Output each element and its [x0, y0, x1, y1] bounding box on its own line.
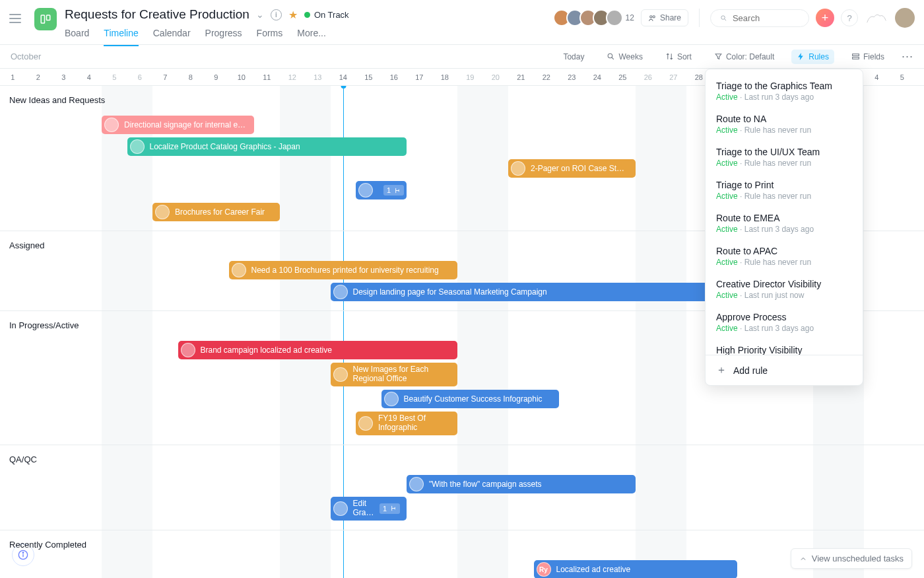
chevron-down-icon[interactable]: ⌄ — [256, 9, 264, 20]
rule-item[interactable]: Route to APAC Active · Rule has never ru… — [706, 240, 863, 273]
task-label: Design landing page for Seasonal Marketi… — [353, 287, 547, 297]
zoom-weeks-button[interactable]: Weeks — [601, 50, 647, 64]
day-header: 4 — [864, 73, 890, 81]
task-bar[interactable]: B fi1 — [356, 181, 407, 199]
day-header: 23 — [559, 73, 585, 81]
task-bar[interactable]: "With the flow" campaign assets — [407, 475, 636, 493]
rule-item[interactable]: Triage to the Graphics Team Active · Las… — [706, 75, 863, 108]
rule-name: Approve Process — [716, 312, 852, 322]
day-header: 11 — [254, 73, 280, 81]
assignee-avatar — [333, 285, 348, 299]
sort-button[interactable]: Sort — [660, 50, 697, 64]
rule-name: High Priority Visibility — [716, 345, 852, 355]
rule-name: Triage to the Graphics Team — [716, 81, 852, 91]
view-tab-progress[interactable]: Progress — [205, 28, 242, 46]
add-rule-label: Add rule — [733, 365, 768, 376]
svg-point-4 — [721, 15, 725, 18]
task-label: Brand campaign localized ad creative — [201, 345, 332, 355]
month-label: October — [11, 52, 41, 61]
task-bar[interactable]: Directional signage for internal events — [102, 116, 254, 134]
day-header: 1 — [0, 73, 26, 81]
rules-label: Rules — [808, 52, 829, 61]
user-avatar[interactable] — [895, 8, 915, 28]
task-bar[interactable]: FY19 Best Of Infographic — [356, 412, 457, 435]
sort-label: Sort — [677, 52, 692, 61]
task-bar[interactable]: Need a 100 Brochures printed for univers… — [229, 261, 458, 279]
task-bar[interactable]: Beautify Customer Success Infographic — [381, 390, 560, 408]
member-avatars[interactable]: 12 — [557, 9, 634, 26]
assignee-avatar — [358, 183, 373, 198]
fields-button[interactable]: Fields — [846, 50, 890, 64]
add-button[interactable]: + — [816, 9, 834, 27]
unscheduled-label: View unscheduled tasks — [812, 554, 904, 563]
task-bar[interactable]: Brand campaign localized ad creative — [178, 341, 458, 359]
task-label: "With the flow" campaign assets — [429, 480, 542, 489]
rule-item[interactable]: Approve Process Active · Last run 3 days… — [706, 306, 863, 339]
rule-status-line: Active · Rule has never run — [716, 192, 852, 201]
svg-rect-8 — [853, 54, 859, 56]
timeline-toolbar: October Today Weeks Sort Color: Default … — [0, 45, 924, 69]
rule-item[interactable]: Route to EMEA Active · Last run 3 days a… — [706, 207, 863, 240]
share-button[interactable]: Share — [641, 9, 688, 26]
project-icon[interactable] — [34, 8, 57, 30]
task-label: Localize Product Catalog Graphics - Japa… — [150, 142, 300, 151]
rules-button[interactable]: Rules — [791, 50, 834, 64]
assignee-avatar — [358, 416, 373, 431]
rule-name: Route to EMEA — [716, 213, 852, 223]
section-name[interactable]: Recently Completed — [0, 536, 924, 554]
subtask-count: 1 — [383, 185, 404, 196]
info-icon[interactable]: i — [271, 9, 282, 20]
rule-item[interactable]: High Priority Visibility Active · Last r… — [706, 339, 863, 355]
day-header: 6 — [127, 73, 153, 81]
section-name[interactable]: QA/QC — [0, 451, 924, 468]
assignee-avatar — [409, 477, 424, 491]
add-rule-button[interactable]: ＋ Add rule — [706, 355, 863, 385]
menu-icon[interactable] — [9, 9, 28, 28]
rule-item[interactable]: Route to NA Active · Rule has never run — [706, 108, 863, 141]
search-input[interactable] — [733, 13, 799, 23]
rule-status-line: Active · Last run 3 days ago — [716, 92, 852, 102]
task-bar[interactable]: RyLocalized ad creative — [534, 560, 737, 578]
rule-name: Route to NA — [716, 114, 852, 124]
rule-status-line: Active · Rule has never run — [716, 258, 852, 267]
view-tab-forms[interactable]: Forms — [257, 28, 283, 46]
day-header: 26 — [636, 73, 661, 81]
topbar-right: 12 Share + ? — [557, 8, 915, 28]
task-label: New Images for Each Regional Office — [353, 365, 451, 384]
assignee-avatar — [181, 343, 195, 357]
task-bar[interactable]: Localize Product Catalog Graphics - Japa… — [127, 137, 407, 156]
search-icon — [720, 14, 727, 22]
task-label: Need a 100 Brochures printed for univers… — [251, 266, 439, 275]
task-bar[interactable]: 2-Pager on ROI Case Study — [508, 159, 636, 178]
search-box[interactable] — [710, 9, 809, 27]
rule-item[interactable]: Triage to the UI/UX Team Active · Rule h… — [706, 141, 863, 174]
svg-rect-1 — [47, 15, 50, 20]
svg-point-2 — [650, 15, 652, 17]
rule-item[interactable]: Triage to Print Active · Rule has never … — [706, 174, 863, 207]
view-tab-board[interactable]: Board — [65, 28, 89, 46]
rule-name: Route to APAC — [716, 246, 852, 256]
top-bar: Requests for Creative Production ⌄ i ★ O… — [0, 0, 924, 45]
more-icon[interactable]: ··· — [902, 50, 913, 63]
section: Recently CompletedRyLocalized ad creativ… — [0, 530, 924, 578]
task-bar[interactable]: New Images for Each Regional Office — [331, 363, 458, 386]
today-button[interactable]: Today — [558, 50, 589, 64]
task-label: Beautify Customer Success Infographic — [404, 394, 543, 404]
task-bar[interactable]: Edit Graph…1 — [331, 497, 407, 521]
task-bar[interactable]: Brochures for Career Fair — [152, 203, 280, 221]
help-button[interactable]: ? — [841, 9, 858, 26]
view-tab-calendar[interactable]: Calendar — [153, 28, 191, 46]
rule-item[interactable]: Creative Director Visibility Active · La… — [706, 273, 863, 306]
assignee-avatar — [155, 205, 170, 219]
color-button[interactable]: Color: Default — [709, 50, 779, 64]
project-title[interactable]: Requests for Creative Production — [65, 7, 249, 22]
project-status[interactable]: On Track — [304, 10, 349, 20]
view-tab-timeline[interactable]: Timeline — [104, 28, 138, 46]
day-header: 20 — [483, 73, 509, 81]
view-tab-more[interactable]: More... — [297, 28, 326, 46]
star-icon[interactable]: ★ — [288, 9, 298, 21]
task-label: 2-Pager on ROI Case Study — [531, 164, 629, 173]
fields-icon — [851, 52, 860, 61]
rule-status-line: Active · Last run just now — [716, 291, 852, 300]
rules-list: Triage to the Graphics Team Active · Las… — [706, 69, 863, 355]
